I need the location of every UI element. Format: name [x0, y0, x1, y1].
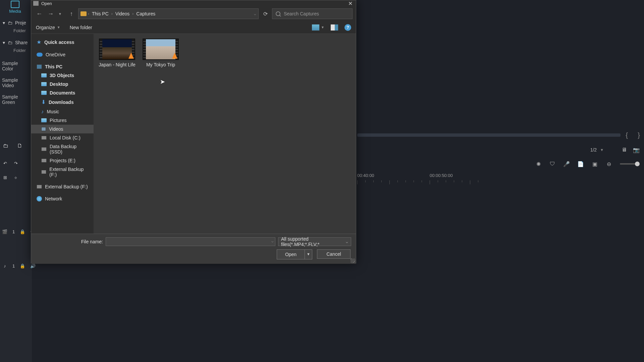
- timeline-ruler[interactable]: 00:40:00 00:00:50:00: [357, 173, 644, 183]
- open-dropdown[interactable]: ▼: [305, 250, 312, 259]
- vlc-icon: [128, 53, 134, 59]
- breadcrumb-videos[interactable]: Videos: [114, 11, 131, 16]
- tree-label: External Backup (F:): [49, 167, 90, 177]
- tree-projects-e[interactable]: Projects (E:): [31, 156, 94, 165]
- brace-left-icon[interactable]: {: [626, 131, 628, 139]
- cursor-icon: ➤: [160, 78, 165, 85]
- drive-icon: [37, 185, 42, 189]
- tree-music[interactable]: ♪Music: [31, 107, 94, 116]
- tree-label: Network: [45, 196, 62, 201]
- up-button[interactable]: ↑: [67, 9, 76, 18]
- tree-desktop[interactable]: Desktop: [31, 80, 94, 88]
- dialog-title: Open: [41, 1, 52, 6]
- chevron-down-icon[interactable]: ⌵: [271, 239, 274, 243]
- lock-icon[interactable]: 🔒: [19, 229, 25, 235]
- zoom-slider[interactable]: [620, 163, 639, 165]
- search-input[interactable]: Search Captures: [272, 8, 353, 19]
- tree-local-disk-c[interactable]: Local Disk (C:): [31, 133, 94, 142]
- organize-label: Organize: [36, 25, 55, 30]
- sample-colors[interactable]: Sample Color: [0, 58, 32, 74]
- notes-icon[interactable]: 📄: [578, 161, 584, 167]
- undo-icon[interactable]: ↶: [2, 160, 8, 166]
- breadcrumb-this-pc[interactable]: This PC: [91, 11, 110, 16]
- address-bar[interactable]: › This PC › Videos › Captures ⌵: [78, 8, 259, 19]
- file-name-label: File name:: [36, 239, 103, 244]
- tree-external-f1[interactable]: External Backup (F:): [31, 165, 94, 179]
- chevron-right-icon: ›: [88, 11, 89, 16]
- tree-label: This PC: [45, 64, 62, 69]
- brace-right-icon[interactable]: }: [638, 131, 640, 139]
- file-item-my-tokyo-trip[interactable]: My Tokyo Trip: [142, 39, 179, 67]
- project-label: Proje: [15, 20, 26, 25]
- import-file-icon[interactable]: 🗋: [17, 143, 23, 149]
- new-folder-button[interactable]: New folder: [70, 25, 92, 30]
- redo-icon[interactable]: ↷: [13, 160, 19, 166]
- help-button[interactable]: ?: [344, 24, 351, 31]
- open-button-group: Open ▼: [277, 249, 312, 259]
- link-icon[interactable]: ⟐: [13, 174, 19, 180]
- shared-label: Share: [15, 40, 28, 45]
- tree-toggle-shared[interactable]: ▾ 🗀 Share: [0, 38, 32, 47]
- tree-quick-access[interactable]: ★Quick access: [31, 37, 94, 47]
- tree-toggle-project[interactable]: ▾ 🗀 Proje: [0, 18, 32, 27]
- file-list-area[interactable]: Japan - Night Life My Tokyo Trip ➤: [94, 34, 356, 234]
- tree-network[interactable]: Network: [31, 194, 94, 203]
- file-thumbnail: [143, 39, 179, 60]
- ruler-time-40: 00:40:00: [357, 173, 374, 178]
- tree-external-f2[interactable]: External Backup (F:): [31, 182, 94, 191]
- tree-label: External Backup (F:): [45, 184, 88, 189]
- media-tab[interactable]: Media: [7, 0, 23, 14]
- dialog-navbar: ← → ▼ ↑ › This PC › Videos › Captures ⌵ …: [31, 6, 356, 21]
- tree-downloads[interactable]: ⬇Downloads: [31, 97, 94, 107]
- lock-icon-2[interactable]: 🔒: [19, 263, 25, 269]
- zoom-out-icon[interactable]: ⊖: [606, 161, 612, 167]
- tree-pictures[interactable]: Pictures: [31, 116, 94, 125]
- resize-grip[interactable]: [351, 258, 355, 263]
- tree-3d-objects[interactable]: 3D Objects: [31, 71, 94, 80]
- import-folder-icon[interactable]: 🗀: [3, 143, 9, 149]
- preview-scale[interactable]: 1/2 ▼: [590, 144, 604, 156]
- preview-pane-button[interactable]: [330, 24, 338, 31]
- folder-icon: [80, 11, 87, 16]
- sample-green[interactable]: Sample Green: [0, 91, 32, 108]
- shield-icon[interactable]: 🛡: [549, 161, 555, 167]
- video-track-icon: 🎬: [2, 229, 8, 235]
- tree-this-pc[interactable]: This PC: [31, 62, 94, 71]
- mic-icon[interactable]: 🎤: [564, 161, 570, 167]
- folder-icon: [41, 73, 47, 77]
- filter-value: All supported files(*.MP4;*.FLV;*: [281, 236, 346, 247]
- media-icon: [11, 1, 19, 8]
- tree-onedrive[interactable]: OneDrive: [31, 50, 94, 59]
- file-name-input[interactable]: ⌵: [106, 237, 275, 246]
- sample-videos[interactable]: Sample Video: [0, 74, 32, 91]
- vlc-icon: [172, 53, 177, 59]
- forward-button[interactable]: →: [46, 9, 55, 18]
- refresh-button[interactable]: ⟳: [261, 9, 270, 18]
- organize-menu[interactable]: Organize ▼: [36, 25, 60, 30]
- file-item-japan-night-life[interactable]: Japan - Night Life: [98, 39, 136, 67]
- file-type-filter[interactable]: All supported files(*.MP4;*.FLV;* ⌵: [278, 237, 351, 246]
- path-dropdown-icon[interactable]: ⌵: [254, 12, 256, 16]
- box-icon[interactable]: ▣: [592, 161, 598, 167]
- folder-label-1: Folder: [0, 27, 32, 38]
- view-mode-menu[interactable]: ▼: [312, 24, 324, 31]
- capture-icon[interactable]: 📷: [633, 147, 639, 153]
- cancel-button[interactable]: Cancel: [317, 249, 351, 259]
- monitor-icon[interactable]: 🖥: [621, 147, 627, 153]
- preview-scrubber[interactable]: [357, 133, 621, 137]
- videos-icon: [41, 127, 46, 131]
- tree-videos[interactable]: Videos: [31, 125, 94, 133]
- media-tab-label: Media: [7, 9, 23, 14]
- tree-data-backup[interactable]: Data Backup (SSD): [31, 142, 94, 156]
- close-button[interactable]: ✕: [346, 1, 354, 6]
- chevron-right-icon: ›: [132, 11, 133, 16]
- breadcrumb-captures[interactable]: Captures: [135, 11, 157, 16]
- pictures-icon: [41, 118, 47, 122]
- ruler-ticks: [357, 180, 644, 186]
- tree-documents[interactable]: Documents: [31, 88, 94, 97]
- open-button[interactable]: Open: [277, 250, 305, 259]
- settings-icon[interactable]: ✺: [535, 161, 541, 167]
- layout-icon[interactable]: ⊞: [2, 174, 8, 180]
- back-button[interactable]: ←: [35, 9, 44, 18]
- history-dropdown[interactable]: ▼: [55, 9, 65, 18]
